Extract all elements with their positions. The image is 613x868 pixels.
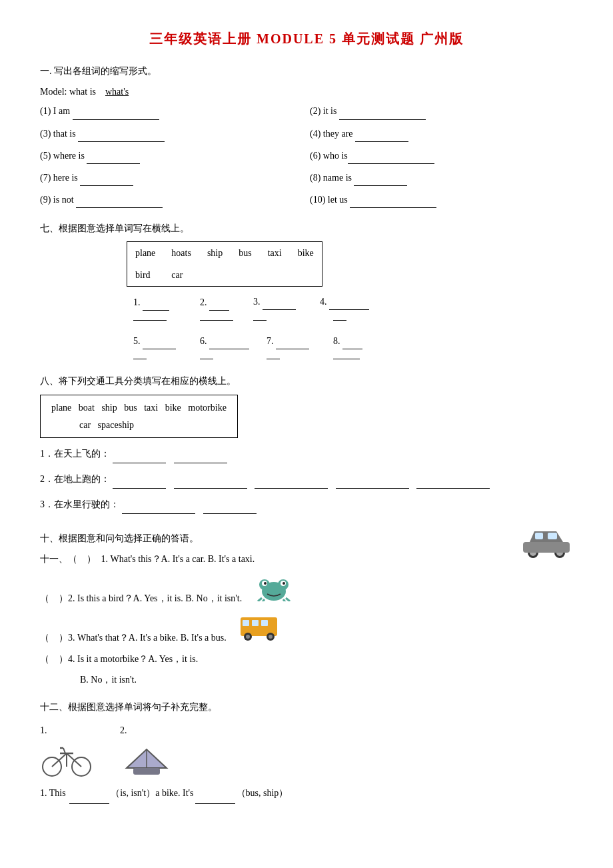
s8-blank-1b	[174, 453, 227, 463]
num-row-2: 5. 6. 7. 8.	[133, 333, 573, 359]
s8-blank-2e	[416, 478, 490, 489]
blank-9	[76, 197, 163, 208]
blank-2	[339, 109, 426, 120]
blank-line-6	[200, 350, 213, 359]
section8-label: 八、将下列交通工具分类填写在相应的横线上。	[40, 373, 573, 389]
section11-label-row: 十一、（ ） 1. What's this？A. It's a car. B. …	[40, 551, 506, 567]
svg-rect-36	[133, 768, 160, 775]
ship-pic	[120, 741, 173, 778]
section10-label: 十、根据图意和问句选择正确的答语。	[40, 530, 506, 547]
svg-point-14	[283, 582, 285, 585]
svg-rect-20	[243, 620, 249, 626]
pic-1-label: 1.	[40, 722, 93, 778]
bus-image	[237, 611, 281, 646]
section12-pics: 1. 2.	[40, 722, 573, 778]
section8-item3: 3．在水里行驶的：	[40, 495, 573, 514]
item-9: (9) is not	[40, 191, 303, 208]
item-4: (4) they are	[310, 125, 573, 142]
svg-line-29	[52, 753, 67, 767]
section7: 七、根据图意选择单词写在横线上。 plane hoats ship bus ta…	[40, 220, 573, 362]
blank-line-3	[253, 311, 267, 321]
num-row-1: 1. 2. 3. 4.	[133, 293, 573, 321]
model-line: Model: what is what's	[40, 83, 573, 100]
svg-line-30	[67, 753, 81, 767]
word-bird: bird	[127, 264, 164, 287]
section7-label: 七、根据图意选择单词写在横线上。	[40, 220, 573, 237]
word-car: car	[163, 264, 199, 287]
item-8: (8) name is	[310, 169, 573, 186]
s8-blank-2a	[113, 478, 166, 489]
section1-items: (1) I am (2) it is (3) that is (4) they …	[40, 103, 573, 211]
blank-7	[80, 175, 133, 186]
blank-5	[87, 153, 140, 164]
svg-rect-22	[261, 620, 268, 626]
s8-blank-2b	[174, 478, 247, 489]
section1-label: 一. 写出各组词的缩写形式。	[40, 63, 573, 79]
section12-sentence: 1. This （is, isn't）a bike. It's（bus, shi…	[40, 783, 573, 804]
frog-svg	[253, 571, 296, 601]
section8-item1: 1．在天上飞的：	[40, 445, 573, 463]
item-1: (1) I am	[40, 103, 303, 119]
blank-3	[78, 131, 165, 142]
s12-blank-2	[195, 793, 235, 804]
svg-line-16	[262, 599, 265, 601]
item-7: (7) here is	[40, 169, 303, 186]
s8-blank-3a	[122, 503, 195, 514]
section12-label: 十二、根据图意选择单词将句子补充完整。	[40, 699, 573, 715]
word-taxi: taxi	[260, 241, 290, 264]
num-item-1: 1.	[133, 294, 187, 321]
car-svg	[520, 523, 573, 558]
item-5: (5) where is	[40, 147, 303, 164]
model-answer: what's	[105, 87, 129, 97]
svg-rect-6	[535, 533, 543, 539]
num-item-6: 6.	[200, 333, 253, 359]
svg-rect-21	[252, 620, 259, 626]
section11-label: 十一、（ ）	[40, 554, 96, 564]
section8-wordbox: plane boat ship bus taxi bike motorbike …	[40, 395, 238, 437]
mc-item-3: （ ）3. What's that？A. It's a bike. B. It'…	[40, 611, 573, 646]
section8-item2: 2．在地上跑的：	[40, 470, 573, 489]
blank-line-4	[333, 311, 346, 321]
num-item-8: 8.	[333, 333, 386, 359]
blank-line-5	[133, 350, 147, 359]
mc-item-4b: B. No，it isn't.	[80, 671, 573, 688]
s8-blank-3b	[203, 503, 257, 514]
bike-pic	[40, 741, 93, 778]
num-item-4: 4.	[320, 293, 380, 321]
blank-1	[73, 109, 159, 120]
blank-6	[348, 153, 434, 164]
blank-8	[354, 175, 407, 186]
s12-blank-1	[69, 793, 109, 804]
svg-line-18	[283, 599, 286, 601]
word-plane: plane	[127, 241, 164, 264]
word-bus: bus	[231, 241, 259, 264]
car-image	[520, 523, 573, 563]
blank-line-7	[267, 350, 280, 359]
section8: 八、将下列交通工具分类填写在相应的横线上。 plane boat ship bu…	[40, 373, 573, 514]
section7-items: 1. 2. 3. 4. 5. 6.	[133, 293, 573, 362]
blank-4	[355, 131, 408, 142]
num-item-5: 5.	[133, 333, 187, 359]
item-6: (6) who is	[310, 147, 573, 164]
section12: 十二、根据图意选择单词将句子补充完整。 1. 2.	[40, 699, 573, 804]
blank-line-1	[133, 311, 167, 321]
blank-10	[350, 197, 436, 208]
page-title: 三年级英语上册 MODULE 5 单元测试题 广州版	[40, 27, 573, 51]
mc-item-2: （ ）2. Is this a bird？A. Yes，it is. B. No…	[40, 571, 573, 607]
word-bike: bike	[290, 241, 322, 264]
item-3: (3) that is	[40, 125, 303, 142]
pic-2-label: 2.	[120, 722, 173, 778]
s8-blank-2c	[255, 478, 328, 489]
word-ship: ship	[199, 241, 231, 264]
svg-rect-7	[548, 533, 557, 539]
mc-item-4: （ ）4. Is it a motorbike？A. Yes，it is.	[40, 651, 573, 667]
num-item-7: 7.	[267, 333, 320, 359]
section1: 一. 写出各组词的缩写形式。 Model: what is what's (1)…	[40, 63, 573, 211]
frog-image	[253, 571, 296, 607]
svg-marker-5	[530, 531, 563, 542]
blank-line-2	[200, 311, 233, 321]
s8-blank-2d	[336, 478, 409, 489]
num-item-2: 2.	[200, 294, 240, 321]
svg-point-26	[269, 635, 273, 639]
item-2: (2) it is	[310, 103, 573, 119]
